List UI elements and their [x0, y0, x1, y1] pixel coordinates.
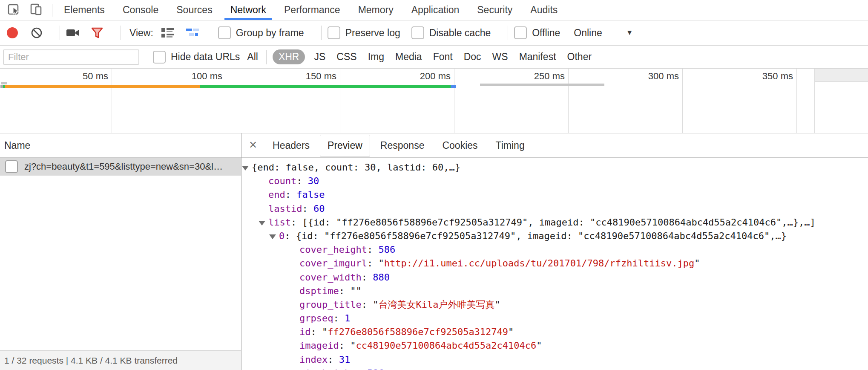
toolbar-divider [508, 26, 508, 40]
preserve-log-checkbox[interactable] [328, 26, 340, 39]
json-key: cover_width [299, 272, 362, 283]
expand-arrow-icon[interactable] [269, 234, 276, 239]
camera-icon[interactable] [66, 28, 80, 38]
json-number-value: 60 [313, 203, 325, 214]
requests-panel: Name zj?ch=beauty&t1=595&listtype=new&sn… [0, 133, 241, 370]
json-tree-line[interactable]: dsptime: "" [241, 284, 868, 298]
record-icon[interactable] [7, 27, 18, 38]
filter-type-font[interactable]: Font [433, 51, 453, 63]
timeline-gridline [682, 69, 683, 133]
detail-tab-response[interactable]: Response [373, 135, 432, 156]
json-string-value: cc48190e57100864abc4d55a2c4104c6 [356, 340, 536, 351]
funnel-icon[interactable] [91, 27, 103, 39]
json-tree-line[interactable]: cover_height: 586 [241, 243, 868, 257]
json-number-value: false [296, 189, 325, 200]
json-tree-line[interactable]: imageid: "cc48190e57100864abc4d55a2c4104… [241, 339, 868, 353]
json-string-value: http://i1.umei.cc/uploads/tu/201701/798/… [384, 258, 694, 269]
tab-performance[interactable]: Performance [275, 0, 349, 20]
offline-label[interactable]: Offline [532, 27, 560, 39]
json-text: " [508, 327, 514, 337]
filter-type-all[interactable]: All [247, 51, 258, 63]
disable-cache-label[interactable]: Disable cache [429, 27, 491, 39]
expand-arrow-icon[interactable] [242, 166, 249, 171]
tab-elements[interactable]: Elements [55, 0, 114, 20]
json-text: " [494, 299, 500, 310]
devtools-window: Elements Console Sources Network Perform… [0, 0, 868, 370]
json-tree-line[interactable]: cover_imgurl: "http://i1.umei.cc/uploads… [241, 257, 868, 270]
tab-application[interactable]: Application [402, 0, 468, 20]
inspect-element-icon[interactable] [8, 3, 20, 17]
filter-type-doc[interactable]: Doc [464, 51, 481, 63]
filter-type-other[interactable]: Other [567, 51, 592, 63]
detail-tab-cookies[interactable]: Cookies [434, 135, 485, 156]
request-bar-marker-blue [451, 85, 456, 88]
expand-arrow-icon[interactable] [259, 221, 265, 225]
json-text: : [367, 244, 379, 255]
status-bar: 1 / 32 requests | 4.1 KB / 4.1 KB transf… [0, 350, 241, 370]
json-key: count [268, 176, 296, 186]
group-by-frame-checkbox[interactable] [218, 26, 231, 39]
disable-cache-checkbox[interactable] [411, 26, 424, 39]
filter-input[interactable] [3, 49, 139, 65]
json-text: " [536, 340, 542, 351]
waterfall-view-icon[interactable] [186, 28, 200, 38]
filter-type-xhr[interactable]: XHR [273, 49, 305, 64]
tab-network[interactable]: Network [221, 0, 275, 20]
json-tree-line[interactable]: index: 31 [241, 353, 868, 367]
filter-type-img[interactable]: Img [368, 51, 384, 63]
json-tree-line[interactable]: 0: {id: "ff276e8056f58896e7cf92505a31274… [241, 229, 868, 243]
timeline-gridline [568, 69, 569, 133]
json-string-value: 台湾美女Kila户外唯美写真 [378, 299, 494, 310]
filter-type-media[interactable]: Media [395, 51, 422, 63]
offline-checkbox[interactable] [514, 26, 527, 39]
filter-type-ws[interactable]: WS [492, 51, 508, 63]
tab-bar-divider [52, 4, 52, 17]
json-tree-line[interactable]: end: false [241, 188, 868, 202]
filter-type-js[interactable]: JS [314, 51, 325, 63]
network-overview-timeline[interactable]: 50 ms100 ms150 ms200 ms250 ms300 ms350 m… [0, 69, 868, 133]
hide-data-urls-label[interactable]: Hide data URLs [171, 51, 240, 63]
json-string-value: ff276e8056f58896e7cf92505a312749 [328, 327, 508, 337]
preserve-log-label[interactable]: Preserve log [345, 27, 400, 39]
json-tree-line[interactable]: list: [{id: "ff276e8056f58896e7cf92505a3… [241, 216, 868, 229]
json-tree-line[interactable]: lastid: 60 [241, 202, 868, 216]
group-by-frame-label[interactable]: Group by frame [236, 27, 304, 39]
name-column-label: Name [4, 140, 30, 151]
close-icon[interactable]: × [249, 138, 257, 151]
json-tree-line[interactable]: pic_height: 586 [241, 367, 868, 370]
tab-audits[interactable]: Audits [521, 0, 566, 20]
json-tree-line[interactable]: id: "ff276e8056f58896e7cf92505a312749" [241, 325, 868, 339]
json-text: " [373, 299, 378, 310]
clear-icon[interactable] [31, 27, 43, 39]
list-view-icon[interactable] [161, 27, 175, 38]
request-checkbox[interactable] [5, 160, 18, 173]
json-text: : [285, 189, 297, 200]
json-tree-line[interactable]: group_title: "台湾美女Kila户外唯美写真" [241, 298, 868, 312]
timeline-tick-label: 150 ms [306, 71, 336, 82]
json-tree-line[interactable]: count: 30 [241, 174, 868, 188]
request-row[interactable]: zj?ch=beauty&t1=595&listtype=new&sn=30&l… [0, 158, 241, 176]
tab-memory[interactable]: Memory [349, 0, 402, 20]
json-tree-line[interactable]: cover_width: 880 [241, 271, 868, 284]
json-tree-line[interactable]: grpseq: 1 [241, 312, 868, 325]
json-text: : [339, 340, 351, 351]
json-key: end [268, 189, 285, 200]
throttling-select[interactable]: Online ▼ [574, 27, 633, 39]
devtools-window-icons [0, 3, 52, 17]
timeline-gridline [454, 69, 454, 133]
tab-console[interactable]: Console [114, 0, 167, 20]
filter-type-css[interactable]: CSS [336, 51, 356, 63]
json-text: " [350, 340, 356, 351]
detail-tab-headers[interactable]: Headers [265, 135, 317, 156]
filter-type-manifest[interactable]: Manifest [519, 51, 556, 63]
hide-data-urls-checkbox[interactable] [153, 51, 166, 64]
requests-column-header: Name [0, 133, 241, 158]
json-tree-line[interactable]: {end: false, count: 30, lastid: 60,…} [241, 161, 868, 174]
timeline-gridline [112, 69, 112, 133]
detail-tab-timing[interactable]: Timing [488, 135, 532, 156]
detail-tab-preview[interactable]: Preview [320, 135, 370, 156]
tab-security[interactable]: Security [468, 0, 521, 20]
request-detail-panel: × Headers Preview Response Cookies Timin… [241, 133, 868, 370]
device-toolbar-icon[interactable] [30, 3, 43, 17]
tab-sources[interactable]: Sources [167, 0, 221, 20]
